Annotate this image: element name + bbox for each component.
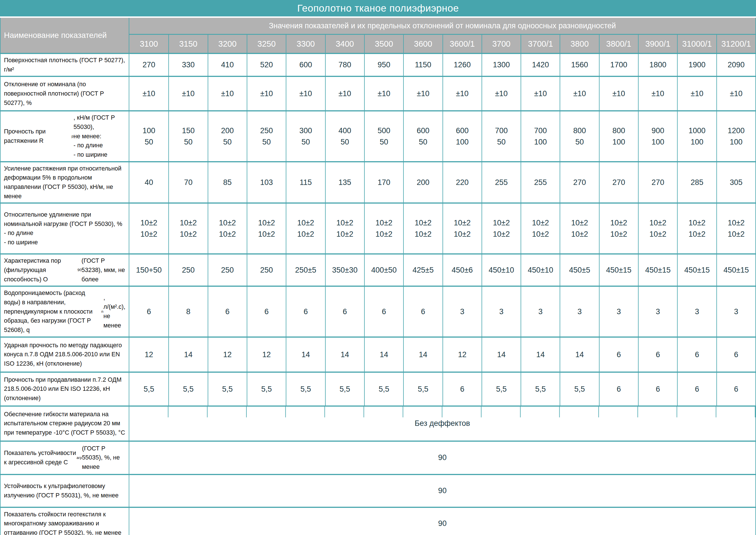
column-header-3400: 3400 — [325, 35, 364, 53]
value-cell: 1000 100 — [677, 111, 716, 161]
value-cell: 10±2 10±2 — [168, 204, 207, 253]
row-label: Показатель стойкости геотекстиля к много… — [1, 508, 129, 535]
value-cell: 450±6 — [443, 255, 481, 286]
value-cell: 14 — [403, 338, 442, 372]
value-cell: 85 — [208, 162, 247, 203]
merged-value-cell: Без деффектов — [129, 407, 755, 440]
value-cells: 10±2 10±210±2 10±210±2 10±210±2 10±210±2… — [129, 204, 755, 253]
value-cells: 1214121214141414121414146666 — [129, 338, 755, 372]
value-cell: 14 — [481, 338, 521, 372]
value-cell: 3 — [716, 287, 755, 336]
group-header-cell: Значения показателей и их предельных отк… — [129, 18, 755, 35]
table-row-tension-gain-5pct: Усиление растяжения при относительной де… — [1, 161, 755, 203]
row-label: Обеспечение гибкости материала на испыта… — [1, 407, 129, 440]
value-cell: 3 — [677, 287, 716, 336]
value-cell: 6 — [716, 373, 755, 406]
value-cell: ±10 — [129, 77, 168, 110]
value-cell: 5,5 — [403, 373, 442, 406]
value-cell: 300 50 — [286, 111, 325, 161]
value-cell: 700 100 — [521, 111, 560, 161]
value-cell: 1900 — [677, 54, 716, 76]
row-label: Отклонение от номинала (по поверхностной… — [1, 77, 129, 110]
value-cells: 2703304105206007809501150126013001420156… — [129, 54, 755, 76]
column-header-3300: 3300 — [286, 35, 325, 53]
column-header-31000/1: 31000/1 — [677, 35, 716, 53]
value-cell: 400 50 — [325, 111, 364, 161]
value-cell: 800 50 — [560, 111, 599, 161]
value-cell: 6 — [403, 287, 442, 336]
value-cell: 14 — [168, 338, 207, 372]
value-cell: 330 — [168, 54, 207, 76]
value-cell: 255 — [521, 162, 560, 203]
value-cell: 3 — [443, 287, 481, 336]
value-cell: 2090 — [716, 54, 755, 76]
value-cell: 250 — [247, 255, 286, 286]
value-cell: 12 — [129, 338, 168, 372]
value-cell: 500 50 — [364, 111, 403, 161]
column-header-3250: 3250 — [247, 35, 286, 53]
value-cell: ±10 — [443, 77, 481, 110]
column-header-3600: 3600 — [403, 35, 442, 53]
value-cell: 400±50 — [364, 255, 403, 286]
value-cell: 900 100 — [638, 111, 677, 161]
value-cell: ±10 — [481, 77, 521, 110]
table-row-nominal-deviation: Отклонение от номинала (по поверхностной… — [1, 76, 755, 110]
merged-value-cell: 90 — [129, 508, 755, 535]
table-row-tensile-strength: Прочность при растяжении Rр, кН/м (ГОСТ … — [1, 110, 755, 161]
value-cell: 10±2 10±2 — [247, 204, 286, 253]
column-header-3500: 3500 — [364, 35, 403, 53]
value-cell: 10±2 10±2 — [560, 204, 599, 253]
value-cell: 6 — [677, 373, 716, 406]
value-cell: 5,5 — [521, 373, 560, 406]
value-cell: 10±2 10±2 — [521, 204, 560, 253]
value-cell: 780 — [325, 54, 364, 76]
value-cell: 1300 — [481, 54, 521, 76]
column-header-3200: 3200 — [208, 35, 247, 53]
column-header-3600/1: 3600/1 — [443, 35, 481, 53]
value-cell: 10±2 10±2 — [129, 204, 168, 253]
value-cell: 10±2 10±2 — [716, 204, 755, 253]
column-headers: 310031503200325033003400350036003600/137… — [129, 35, 755, 53]
row-label: Прочность при растяжении Rр, кН/м (ГОСТ … — [1, 111, 129, 161]
value-cell: 14 — [286, 338, 325, 372]
value-cell: 700 50 — [481, 111, 521, 161]
value-cell: 1560 — [560, 54, 599, 76]
value-cell: 6 — [638, 338, 677, 372]
table-row-relative-elongation: Относительное удлинение при номинальной … — [1, 203, 755, 253]
value-cells: 100 50150 50200 50250 50300 50400 50500 … — [129, 111, 755, 161]
value-cell: 10±2 10±2 — [208, 204, 247, 253]
row-label: Водопроницаемость (расход воды) в направ… — [1, 287, 129, 336]
value-cell: 10±2 10±2 — [286, 204, 325, 253]
value-cell: ±10 — [247, 77, 286, 110]
row-header-cell: Наименование показателей — [1, 18, 129, 53]
table-header: Наименование показателей Значения показа… — [1, 18, 755, 53]
value-cells: 5,55,55,55,55,55,55,55,565,55,55,56666 — [129, 373, 755, 406]
value-cell: 520 — [247, 54, 286, 76]
value-cell: 12 — [247, 338, 286, 372]
column-header-3150: 3150 — [168, 35, 207, 53]
value-cells: ±10±10±10±10±10±10±10±10±10±10±10±10±10±… — [129, 77, 755, 110]
value-cell: 100 50 — [129, 111, 168, 161]
value-cell: 5,5 — [168, 373, 207, 406]
value-cell: 12 — [208, 338, 247, 372]
table-row-aggressive-media-resistance: Показатель устойчивости к агрессивной ср… — [1, 440, 755, 474]
value-cell: 5,5 — [286, 373, 325, 406]
value-cell: 10±2 10±2 — [638, 204, 677, 253]
value-cell: 14 — [560, 338, 599, 372]
value-cell: 10±2 10±2 — [481, 204, 521, 253]
value-cell: 5,5 — [208, 373, 247, 406]
row-label: Ударная прочность по методу падающего ко… — [1, 338, 129, 372]
table-row-water-permeability: Водопроницаемость (расход воды) в направ… — [1, 286, 755, 336]
value-cell: 3 — [599, 287, 638, 336]
value-cell: 250 50 — [247, 111, 286, 161]
value-cell: 103 — [247, 162, 286, 203]
column-header-3700/1: 3700/1 — [521, 35, 560, 53]
value-cell: 305 — [716, 162, 755, 203]
column-header-3100: 3100 — [129, 35, 168, 53]
value-cell: 800 100 — [599, 111, 638, 161]
value-cell: 450±15 — [677, 255, 716, 286]
column-header-3800: 3800 — [560, 35, 599, 53]
row-label: Устойчивость к ультрафиолетовому излучен… — [1, 475, 129, 507]
value-cell: 6 — [247, 287, 286, 336]
value-cell: 600 50 — [403, 111, 442, 161]
